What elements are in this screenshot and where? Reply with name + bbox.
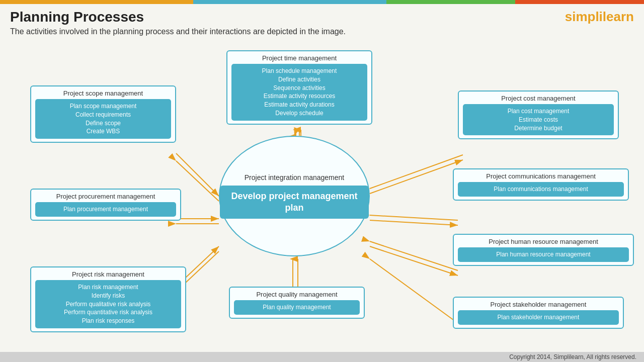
risk-inner: Plan risk managementIdentify risksPerfor…	[35, 280, 181, 328]
center-ellipse: Project integration management Develop p…	[219, 136, 370, 256]
procurement-inner: Plan procurement management	[35, 202, 176, 217]
footer: Copyright 2014, Simplilearn, All rights …	[0, 352, 644, 362]
svg-line-15	[370, 220, 458, 225]
comm-box: Project communications management Plan c…	[453, 168, 629, 201]
diagram-area: Project integration management Develop p…	[10, 40, 634, 342]
svg-line-6	[176, 153, 219, 196]
svg-line-18	[370, 259, 463, 327]
main-content: Planning Processes simplilearn The activ…	[0, 4, 644, 362]
risk-title: Project risk management	[35, 270, 181, 278]
procurement-box: Project procurement management Plan proc…	[30, 189, 181, 221]
quality-inner: Plan quality management	[234, 300, 360, 315]
ellipse-inner-box: Develop project management plan	[220, 186, 369, 219]
cost-box: Project cost management Plan cost manage…	[458, 90, 619, 139]
logo-accent: learn	[603, 9, 634, 24]
logo-text: simplilearn	[565, 9, 634, 24]
cost-inner: Plan cost managementEstimate costsDeterm…	[463, 104, 614, 135]
ellipse-inner-text: Develop project management plan	[231, 191, 357, 213]
svg-line-13	[370, 160, 463, 194]
ellipse-title: Project integration management	[245, 173, 344, 182]
svg-line-14	[370, 215, 458, 220]
time-box: Project time management Plan schedule ma…	[226, 50, 372, 125]
svg-line-16	[370, 241, 458, 270]
copyright-text: Copyright 2014, Simplilearn, All rights …	[509, 353, 636, 360]
top-color-bar	[0, 0, 644, 4]
header-row: Planning Processes simplilearn	[10, 9, 634, 25]
quality-box: Project quality management Plan quality …	[229, 287, 365, 319]
svg-line-8	[294, 128, 297, 136]
logo: simplilearn	[565, 9, 634, 25]
svg-line-12	[370, 155, 463, 189]
svg-line-17	[370, 246, 458, 276]
hr-box: Project human resource management Plan h…	[453, 234, 634, 266]
stakeholder-title: Project stakeholder management	[458, 301, 619, 308]
page-title: Planning Processes	[10, 9, 144, 25]
svg-line-7	[176, 161, 219, 201]
cost-title: Project cost management	[463, 95, 614, 102]
hr-title: Project human resource management	[458, 238, 629, 245]
comm-title: Project communications management	[458, 172, 624, 180]
time-inner: Plan schedule managementDefine activitie…	[231, 64, 367, 121]
subtitle: The activities involved in the planning …	[10, 27, 634, 36]
procurement-title: Project procurement management	[35, 193, 176, 200]
time-title: Project time management	[231, 54, 367, 62]
scope-box: Project scope management Plan scope mana…	[30, 85, 176, 143]
scope-title: Project scope management	[35, 89, 171, 97]
hr-inner: Plan human resource management	[458, 247, 629, 262]
stakeholder-box: Project stakeholder management Plan stak…	[453, 297, 624, 329]
quality-title: Project quality management	[234, 291, 360, 298]
scope-inner: Plan scope managementCollect requirement…	[35, 99, 171, 139]
stakeholder-inner: Plan stakeholder management	[458, 310, 619, 325]
risk-box: Project risk management Plan risk manage…	[30, 266, 186, 332]
comm-inner: Plan communications management	[458, 182, 624, 197]
